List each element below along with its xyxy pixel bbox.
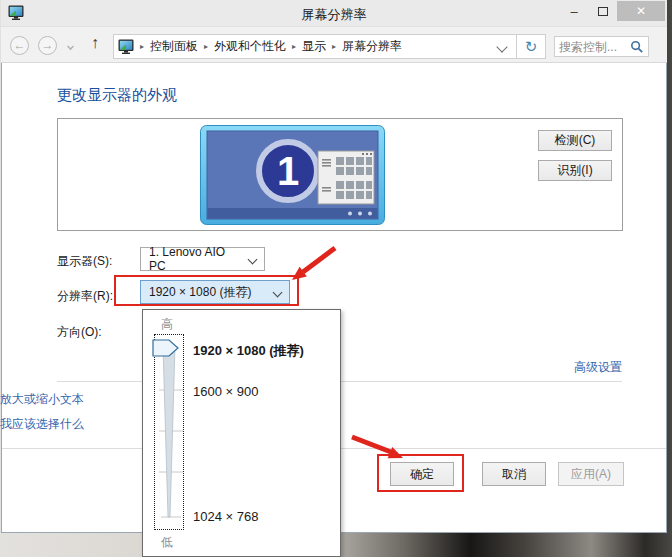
resolution-dropdown-popup: 高 1920 × 1080 (推荐) 1600 × 900 1024 × 768… (142, 309, 341, 557)
resolution-option-1600x900[interactable]: 1600 × 900 (193, 384, 258, 399)
orientation-label: 方向(O): (57, 324, 102, 341)
slider-high-label: 高 (161, 316, 173, 333)
identify-button[interactable]: 识别(I) (538, 160, 612, 181)
breadcrumb-item-display[interactable]: 显示 (302, 38, 326, 55)
title-bar: 屏幕分辨率 – ✕ (1, 0, 667, 27)
resolution-combobox[interactable]: 1920 × 1080 (推荐) (140, 280, 290, 304)
breadcrumb-item-screen-resolution[interactable]: 屏幕分辨率 (342, 38, 402, 55)
search-input[interactable] (555, 40, 630, 54)
slider-low-label: 低 (161, 534, 173, 551)
page-title: 更改显示器的外观 (57, 86, 177, 105)
cancel-button[interactable]: 取消 (482, 462, 546, 486)
refresh-button[interactable]: ↻ (517, 34, 546, 59)
breadcrumb-item-appearance[interactable]: 外观和个性化 (214, 38, 286, 55)
ok-button[interactable]: 确定 (390, 462, 454, 486)
close-button[interactable]: ✕ (617, 1, 665, 21)
search-box (554, 36, 649, 57)
chevron-down-icon (248, 255, 258, 265)
maximize-icon (598, 7, 608, 16)
search-icon[interactable] (630, 40, 644, 54)
breadcrumb-separator-icon: ▸ (204, 42, 208, 51)
chevron-down-icon (273, 288, 283, 298)
detect-button[interactable]: 检测(C) (538, 130, 612, 151)
monitor-number: 1 (277, 149, 299, 193)
breadcrumb-separator-icon: ▸ (140, 42, 144, 51)
display-combobox[interactable]: 1. Lenovo AIO PC (140, 247, 265, 271)
breadcrumb-separator-icon: ▸ (332, 42, 336, 51)
display-label: 显示器(S): (57, 253, 112, 270)
start-screen-thumbnail (318, 151, 374, 204)
resolution-option-1024x768[interactable]: 1024 × 768 (193, 509, 258, 524)
breadcrumb-location-icon (118, 39, 134, 55)
back-arrow-icon: ← (14, 38, 26, 52)
screen: 屏幕分辨率 – ✕ ← → ↑ ▸ 控制面板 ▸ 外观和个性化 ▸ 显示 (0, 0, 672, 557)
resolution-label: 分辨率(R): (57, 288, 113, 305)
display-combobox-value: 1. Lenovo AIO PC (149, 245, 240, 273)
resize-text-link[interactable]: 放大或缩小文本 (0, 391, 84, 408)
recent-pages-chevron-icon[interactable] (67, 43, 74, 50)
apply-button[interactable]: 应用(A) (558, 462, 624, 486)
forward-button[interactable]: → (38, 36, 57, 55)
resolution-combobox-value: 1920 × 1080 (推荐) (149, 284, 251, 301)
address-dropdown-chevron-icon[interactable] (496, 41, 507, 52)
breadcrumb: ▸ 控制面板 ▸ 外观和个性化 ▸ 显示 ▸ 屏幕分辨率 (113, 34, 517, 59)
breadcrumb-item-control-panel[interactable]: 控制面板 (150, 38, 198, 55)
display-settings-help-link[interactable]: 我应该选择什么 (0, 416, 84, 433)
back-button[interactable]: ← (10, 36, 29, 55)
advanced-settings-link[interactable]: 高级设置 (560, 359, 622, 376)
breadcrumb-separator-icon: ▸ (292, 42, 296, 51)
forward-arrow-icon: → (42, 38, 54, 52)
maximize-button[interactable] (589, 0, 617, 22)
resolution-option-1920x1080[interactable]: 1920 × 1080 (推荐) (193, 342, 304, 360)
minimize-button[interactable]: – (559, 0, 589, 22)
resolution-slider[interactable] (147, 336, 191, 532)
up-button[interactable]: ↑ (91, 34, 99, 52)
refresh-icon: ↻ (525, 38, 538, 55)
monitor-preview[interactable]: 1 (200, 125, 385, 225)
navigation-bar: ← → ↑ ▸ 控制面板 ▸ 外观和个性化 ▸ 显示 ▸ 屏幕分辨率 ↻ (1, 27, 667, 63)
